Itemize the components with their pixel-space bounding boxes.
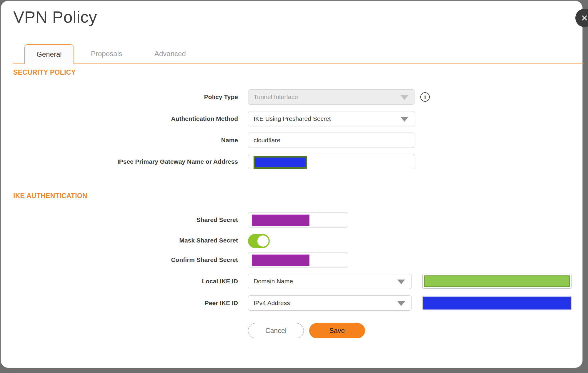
mask-shared-secret-toggle[interactable] <box>248 234 270 248</box>
local-ike-id-row: Local IKE ID Domain Name <box>1 274 588 289</box>
shared-secret-redaction-overlay <box>252 215 309 226</box>
tab-underline <box>13 63 584 63</box>
tab-proposals[interactable]: Proposals <box>91 44 122 63</box>
gateway-label: IPsec Primary Gateway Name or Address <box>11 154 238 169</box>
authentication-method-row: Authentication Method IKE Using Preshare… <box>1 111 588 126</box>
policy-type-row: Policy Type Tunnel Interface i <box>1 89 588 105</box>
ike-authentication-heading: IKE AUTHENTICATION <box>13 192 87 200</box>
confirm-shared-secret-row: Confirm Shared Secret <box>1 252 588 267</box>
peer-ike-id-label: Peer IKE ID <box>11 295 238 311</box>
tab-advanced-label: Advanced <box>154 50 186 58</box>
confirm-shared-secret-redaction-overlay <box>252 255 309 266</box>
local-ike-id-select[interactable]: Domain Name <box>248 274 412 289</box>
name-value: cloudflare <box>254 137 280 143</box>
name-input[interactable]: cloudflare <box>248 133 415 148</box>
tab-proposals-label: Proposals <box>91 50 122 58</box>
peer-ike-id-value-input[interactable] <box>422 296 572 310</box>
tab-general[interactable]: General <box>24 44 74 64</box>
local-ike-id-type-value: Domain Name <box>254 278 293 285</box>
confirm-shared-secret-label: Confirm Shared Secret <box>11 252 238 267</box>
mask-shared-secret-label: Mask Shared Secret <box>11 233 238 247</box>
cancel-button[interactable]: Cancel <box>248 323 304 338</box>
shared-secret-row: Shared Secret <box>1 212 588 228</box>
authentication-method-select[interactable]: IKE Using Preshared Secret <box>248 111 415 126</box>
toggle-knob <box>257 235 269 247</box>
dropdown-arrow-icon <box>397 280 405 284</box>
action-buttons-row: Cancel Save <box>1 323 588 338</box>
peer-ike-id-type-value: IPv4 Address <box>254 300 290 306</box>
shared-secret-input[interactable] <box>248 212 348 228</box>
shared-secret-label: Shared Secret <box>11 212 238 228</box>
cancel-button-label: Cancel <box>265 327 286 335</box>
policy-type-select[interactable]: Tunnel Interface <box>248 89 415 105</box>
local-ike-id-label: Local IKE ID <box>11 274 238 289</box>
tab-advanced[interactable]: Advanced <box>154 44 186 63</box>
gateway-input[interactable] <box>248 154 415 169</box>
save-button-label: Save <box>329 327 345 335</box>
mask-shared-secret-row: Mask Shared Secret <box>1 233 588 249</box>
security-policy-heading: SECURITY POLICY <box>13 68 76 76</box>
policy-type-label: Policy Type <box>11 89 238 105</box>
close-icon: ✕ <box>581 13 588 23</box>
info-icon[interactable]: i <box>420 92 430 102</box>
local-ike-id-redaction-overlay <box>424 275 570 287</box>
save-button[interactable]: Save <box>309 323 365 338</box>
dropdown-arrow-icon <box>397 301 405 306</box>
peer-ike-id-redaction-overlay <box>423 297 571 310</box>
authentication-method-label: Authentication Method <box>11 111 238 126</box>
peer-ike-id-select[interactable]: IPv4 Address <box>248 295 412 311</box>
page-title: VPN Policy <box>13 7 97 26</box>
name-label: Name <box>11 133 238 148</box>
authentication-method-value: IKE Using Preshared Secret <box>254 115 331 122</box>
vpn-policy-dialog: VPN Policy General Proposals Advanced SE… <box>1 1 583 368</box>
local-ike-id-value-input[interactable] <box>422 274 572 289</box>
gateway-redaction-overlay <box>254 156 307 169</box>
peer-ike-id-row: Peer IKE ID IPv4 Address <box>1 295 588 311</box>
tab-general-label: General <box>36 50 61 58</box>
policy-type-value: Tunnel Interface <box>254 93 298 100</box>
gateway-row: IPsec Primary Gateway Name or Address <box>1 154 588 169</box>
confirm-shared-secret-input[interactable] <box>248 252 348 267</box>
dropdown-arrow-icon <box>401 95 408 100</box>
dropdown-arrow-icon <box>401 117 408 122</box>
name-row: Name cloudflare <box>1 133 588 148</box>
